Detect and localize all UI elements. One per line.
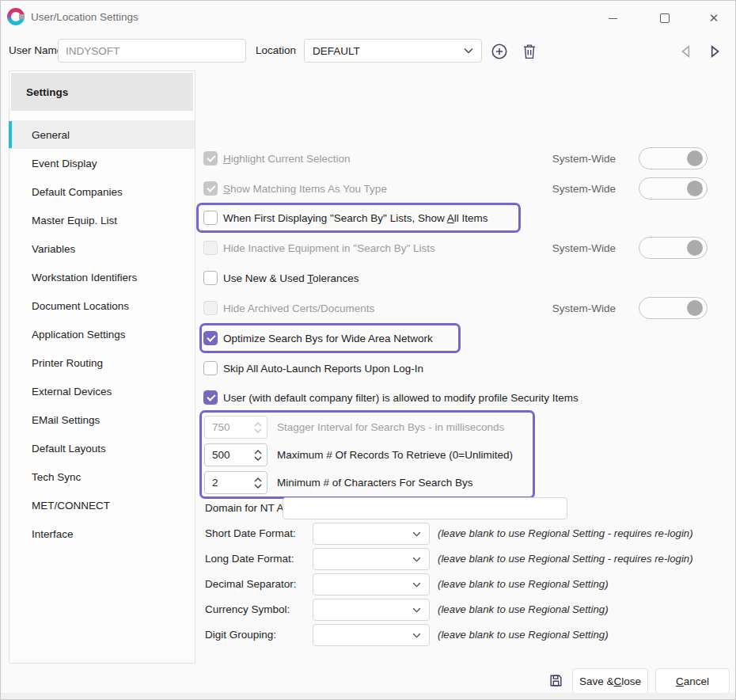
previous-record-button[interactable] (678, 44, 694, 59)
field-hint: (leave blank to use Regional Setting - r… (438, 548, 693, 570)
field-row: Digit Grouping: (leave blank to use Regi… (200, 624, 735, 646)
system-wide-label: System-Wide (552, 302, 616, 314)
close-button[interactable]: ✕ (702, 9, 726, 28)
checkbox-skip-auto-launch-reports[interactable] (203, 361, 218, 375)
sidebar-item-interface[interactable]: Interface (9, 519, 195, 548)
sidebar-item-default-companies[interactable]: Default Companies (9, 177, 195, 206)
decimal-separator-label: Decimal Separator: (205, 573, 297, 595)
checkbox-show-all-items[interactable] (203, 211, 218, 225)
sidebar-item-variables[interactable]: Variables (9, 234, 195, 263)
sidebar-item-printer-routing[interactable]: Printer Routing (9, 348, 195, 377)
system-wide-toggle[interactable] (639, 147, 708, 169)
spinner-value: 500 (212, 449, 230, 461)
location-select[interactable]: DEFAULT (304, 39, 482, 63)
highlight-box: Optimize Search Bys for Wide Area Networ… (199, 323, 461, 353)
setting-row: Hide Inactive Equipment in "Search By" L… (203, 233, 735, 263)
currency-symbol-label: Currency Symbol: (205, 599, 290, 621)
setting-label: Hide Archived Certs/Documents (223, 302, 374, 314)
user-name-input[interactable] (58, 39, 246, 63)
min-characters-spinner[interactable]: 2 (204, 471, 267, 494)
checkbox-optimize-search-bys[interactable] (203, 331, 218, 345)
spinner-label: Maximum # Of Records To Retrieve (0=Unli… (277, 449, 513, 461)
settings-sidebar: Settings General Event Display Default C… (9, 70, 195, 664)
toggle-knob (687, 300, 703, 316)
sidebar-item-application-settings[interactable]: Application Settings (9, 320, 195, 348)
sidebar-list: General Event Display Default Companies … (9, 120, 195, 548)
checkbox-hide-archived-certs[interactable] (203, 301, 218, 315)
setting-row: Optimize Search Bys for Wide Area Networ… (202, 325, 458, 351)
setting-label: Optimize Search Bys for Wide Area Networ… (223, 333, 433, 344)
chevron-down-icon (412, 582, 421, 588)
chevron-down-icon (412, 557, 421, 562)
spinner-value: 2 (212, 477, 218, 489)
next-record-button[interactable] (707, 44, 723, 59)
sidebar-item-workstation-identifiers[interactable]: Workstation Identifiers (9, 263, 195, 291)
floppy-disk-icon (548, 673, 563, 688)
sidebar-header: Settings (11, 73, 193, 111)
field-hint: (leave blank to use Regional Setting) (438, 599, 609, 621)
toggle-knob (687, 150, 703, 166)
sidebar-item-event-display[interactable]: Event Display (9, 149, 195, 177)
sidebar-item-document-locations[interactable]: Document Locations (9, 291, 195, 320)
system-wide-label: System-Wide (552, 153, 616, 165)
sidebar-item-external-devices[interactable]: External Devices (9, 377, 195, 405)
minimize-button[interactable] (601, 9, 624, 28)
spinner-updown-icon[interactable] (254, 449, 262, 462)
sidebar-item-general[interactable]: General (9, 120, 195, 149)
checkbox-modify-profile-security[interactable] (203, 390, 218, 405)
setting-row: Skip All Auto-Launch Reports Upon Log-In (203, 353, 735, 383)
setting-label: Use New & Used Tolerances (223, 272, 359, 284)
trash-icon (522, 43, 537, 60)
currency-symbol-select[interactable] (313, 599, 430, 621)
setting-label: Skip All Auto-Launch Reports Upon Log-In (223, 363, 423, 375)
checkbox-highlight-current-selection[interactable] (203, 151, 218, 165)
decimal-separator-select[interactable] (313, 573, 430, 595)
toggle-knob (687, 240, 703, 256)
checkbox-hide-inactive-equipment[interactable] (203, 241, 218, 255)
sidebar-item-met-connect[interactable]: MET/CONNECT (9, 491, 195, 519)
sidebar-item-default-layouts[interactable]: Default Layouts (9, 434, 195, 462)
field-row: Domain for NT Auth: (200, 497, 735, 519)
chevron-down-icon (412, 531, 421, 537)
add-location-button[interactable] (491, 43, 508, 60)
digit-grouping-label: Digit Grouping: (205, 624, 276, 646)
save-button[interactable] (548, 673, 563, 688)
setting-label: When First Displaying "Search By" Lists,… (223, 212, 488, 224)
delete-location-button[interactable] (522, 43, 539, 60)
spinner-updown-icon[interactable] (254, 477, 262, 489)
sidebar-item-master-equip-list[interactable]: Master Equip. List (9, 206, 195, 234)
system-wide-label: System-Wide (552, 183, 616, 195)
field-row: Long Date Format: (leave blank to use Re… (200, 548, 735, 570)
window-title: User/Location Settings (31, 11, 138, 23)
cancel-button[interactable]: Cancel (655, 668, 730, 694)
long-date-format-select[interactable] (313, 548, 430, 570)
system-wide-toggle[interactable] (639, 237, 708, 259)
system-wide-toggle[interactable] (639, 177, 708, 200)
setting-label: Highlight Current Selection (223, 153, 351, 165)
digit-grouping-select[interactable] (313, 624, 430, 646)
short-date-format-select[interactable] (313, 523, 430, 545)
sidebar-item-email-settings[interactable]: EMail Settings (9, 405, 195, 434)
system-wide-label: System-Wide (552, 242, 616, 254)
setting-label: User (with default company filter) is al… (223, 392, 579, 404)
save-close-button[interactable]: Save & Close (572, 668, 648, 694)
max-records-spinner[interactable]: 500 (204, 443, 267, 466)
stagger-interval-spinner[interactable]: 750 (204, 416, 267, 439)
maximize-button[interactable] (653, 9, 677, 28)
location-value: DEFAULT (313, 45, 360, 57)
chevron-down-icon (464, 48, 473, 54)
checkbox-new-used-tolerances[interactable] (203, 271, 218, 285)
domain-nt-auth-input[interactable] (283, 497, 567, 519)
toolbar: User Name: Location DEFAULT (1, 36, 735, 66)
title-bar: User/Location Settings ✕ (1, 1, 735, 34)
field-row: Decimal Separator: (leave blank to use R… (200, 573, 735, 595)
field-row: Currency Symbol: (leave blank to use Reg… (200, 599, 735, 621)
setting-row: User (with default company filter) is al… (203, 382, 735, 413)
spinner-updown-icon[interactable] (254, 421, 262, 434)
system-wide-toggle[interactable] (639, 297, 708, 319)
sidebar-item-tech-sync[interactable]: Tech Sync (9, 462, 195, 491)
chevron-down-icon (412, 633, 421, 638)
long-date-format-label: Long Date Format: (205, 548, 294, 570)
checkbox-show-matching-items[interactable] (203, 181, 218, 196)
short-date-format-label: Short Date Format: (205, 523, 296, 545)
